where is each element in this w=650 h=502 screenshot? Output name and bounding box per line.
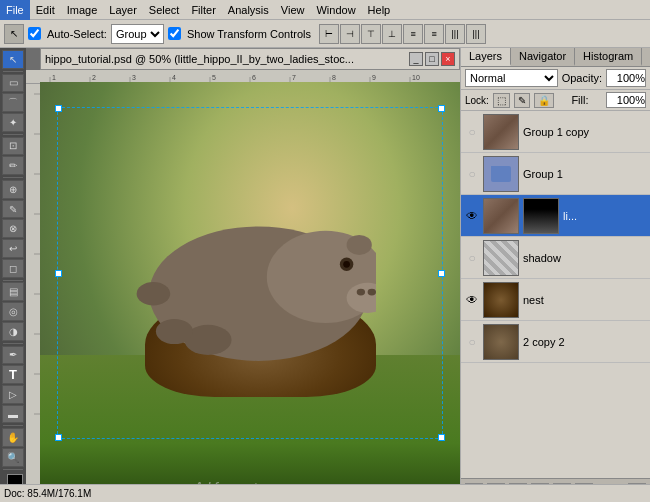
layer-name-group1: Group 1	[521, 168, 648, 180]
path-tool[interactable]: ▷	[2, 385, 24, 404]
layer-thumb-hippo	[483, 198, 519, 234]
menu-filter[interactable]: Filter	[185, 0, 221, 20]
zoom-tool[interactable]: 🔍	[2, 448, 24, 467]
tool-separator-4	[3, 280, 23, 281]
align-center-h-btn[interactable]: ⊣	[340, 24, 360, 44]
layer-name-group1copy: Group 1 copy	[521, 126, 648, 138]
show-transform-checkbox[interactable]	[168, 27, 181, 40]
dodge-tool[interactable]: ◑	[2, 322, 24, 341]
right-panel: Layers Navigator Histogram Normal Opacit…	[460, 48, 650, 502]
tool-separator-5	[3, 343, 23, 344]
fill-input[interactable]	[606, 92, 646, 108]
menu-help[interactable]: Help	[362, 0, 397, 20]
layer-item-group1[interactable]: ○ Group 1	[461, 153, 650, 195]
doc-titlebar: hippo_tutorial.psd @ 50% (little_hippo_I…	[40, 48, 460, 70]
canvas-content[interactable]: 设计论坛 www.missyuan.com Alfoart.com	[40, 82, 460, 502]
blur-tool[interactable]: ◎	[2, 302, 24, 321]
visibility-icon-shadow[interactable]: ○	[463, 249, 481, 267]
eyedropper-tool[interactable]: ✏	[2, 156, 24, 175]
status-text: Doc: 85.4M/176.1M	[4, 488, 91, 499]
align-right-btn[interactable]: ⊤	[361, 24, 381, 44]
distribute2-btn[interactable]: |||	[466, 24, 486, 44]
layer-item-shadow[interactable]: ○ shadow	[461, 237, 650, 279]
blend-mode-select[interactable]: Normal	[465, 69, 558, 87]
svg-rect-21	[26, 84, 40, 502]
menu-file[interactable]: File	[0, 0, 30, 20]
lock-pixels-icon[interactable]: ⬚	[493, 93, 510, 108]
layers-list: ○ Group 1 copy ○ Group 1 👁	[461, 111, 650, 478]
minimize-btn[interactable]: _	[409, 52, 423, 66]
lock-all-icon[interactable]: 🔒	[534, 93, 554, 108]
auto-select-checkbox[interactable]	[28, 27, 41, 40]
menu-window[interactable]: Window	[310, 0, 361, 20]
menu-analysis[interactable]: Analysis	[222, 0, 275, 20]
visibility-icon-group1copy[interactable]: ○	[463, 123, 481, 141]
svg-text:9: 9	[372, 74, 376, 81]
main-layout: ↖ ▭ ⌒ ✦ ⊡ ✏ ⊕ ✎ ⊗ ↩ ◻ ▤ ◎ ◑ ✒ T ▷ ▬ ✋ 🔍	[0, 48, 650, 502]
menu-bar: File Edit Image Layer Select Filter Anal…	[0, 0, 650, 20]
doc-titlebar-area: hippo_tutorial.psd @ 50% (little_hippo_I…	[40, 48, 460, 70]
menu-edit[interactable]: Edit	[30, 0, 61, 20]
ruler-vertical	[26, 84, 40, 502]
canvas-area[interactable]: 1 2 3 4 5 6 7 8 9 10	[26, 48, 460, 502]
layer-item-nest[interactable]: 👁 nest	[461, 279, 650, 321]
eraser-tool[interactable]: ◻	[2, 259, 24, 278]
svg-point-38	[368, 289, 376, 296]
layer-name-shadow: shadow	[521, 252, 648, 264]
align-top-btn[interactable]: ⊥	[382, 24, 402, 44]
svg-text:5: 5	[212, 74, 216, 81]
maximize-btn[interactable]: □	[425, 52, 439, 66]
distribute-btn[interactable]: |||	[445, 24, 465, 44]
svg-text:3: 3	[132, 74, 136, 81]
brush-tool[interactable]: ✎	[2, 200, 24, 219]
crop-tool[interactable]: ⊡	[2, 137, 24, 156]
visibility-icon-nest[interactable]: 👁	[463, 291, 481, 309]
svg-text:4: 4	[172, 74, 176, 81]
layer-thumb-group1	[483, 156, 519, 192]
magic-wand-tool[interactable]: ✦	[2, 113, 24, 132]
layer-thumb-group1copy	[483, 114, 519, 150]
lasso-tool[interactable]: ⌒	[2, 93, 24, 112]
shape-tool[interactable]: ▬	[2, 405, 24, 424]
move-tool[interactable]: ↖	[2, 50, 24, 69]
menu-select[interactable]: Select	[143, 0, 186, 20]
visibility-icon-2copy2[interactable]: ○	[463, 333, 481, 351]
move-tool-icon: ↖	[4, 24, 24, 44]
tab-layers[interactable]: Layers	[461, 48, 511, 66]
menu-image[interactable]: Image	[61, 0, 104, 20]
tool-separator-2	[3, 134, 23, 135]
opacity-input[interactable]	[606, 69, 646, 87]
visibility-icon-group1[interactable]: ○	[463, 165, 481, 183]
visibility-icon-hippo[interactable]: 👁	[463, 207, 481, 225]
menu-view[interactable]: View	[275, 0, 311, 20]
clone-tool[interactable]: ⊗	[2, 219, 24, 238]
layer-item-2copy2[interactable]: ○ 2 copy 2	[461, 321, 650, 363]
layer-name-2copy2: 2 copy 2	[521, 336, 648, 348]
tool-separator-6	[3, 425, 23, 426]
close-btn[interactable]: ×	[441, 52, 455, 66]
svg-point-40	[156, 319, 193, 344]
svg-text:6: 6	[252, 74, 256, 81]
menu-layer[interactable]: Layer	[103, 0, 143, 20]
marquee-tool[interactable]: ▭	[2, 74, 24, 93]
align-middle-btn[interactable]: ≡	[403, 24, 423, 44]
tab-navigator[interactable]: Navigator	[511, 48, 575, 66]
hand-tool[interactable]: ✋	[2, 428, 24, 447]
tab-histogram[interactable]: Histogram	[575, 48, 642, 66]
layer-item-group1copy[interactable]: ○ Group 1 copy	[461, 111, 650, 153]
svg-text:2: 2	[92, 74, 96, 81]
show-transform-label: Show Transform Controls	[187, 28, 311, 40]
layer-item-hippo[interactable]: 👁 li...	[461, 195, 650, 237]
history-brush[interactable]: ↩	[2, 239, 24, 258]
healing-tool[interactable]: ⊕	[2, 180, 24, 199]
align-bottom-btn[interactable]: ≡	[424, 24, 444, 44]
svg-point-41	[137, 282, 171, 306]
pen-tool[interactable]: ✒	[2, 346, 24, 365]
auto-select-dropdown[interactable]: Group	[111, 24, 164, 44]
align-left-btn[interactable]: ⊢	[319, 24, 339, 44]
hippo-svg	[124, 153, 376, 384]
svg-point-35	[343, 261, 350, 268]
gradient-tool[interactable]: ▤	[2, 282, 24, 301]
lock-position-icon[interactable]: ✎	[514, 93, 530, 108]
type-tool[interactable]: T	[2, 365, 24, 384]
